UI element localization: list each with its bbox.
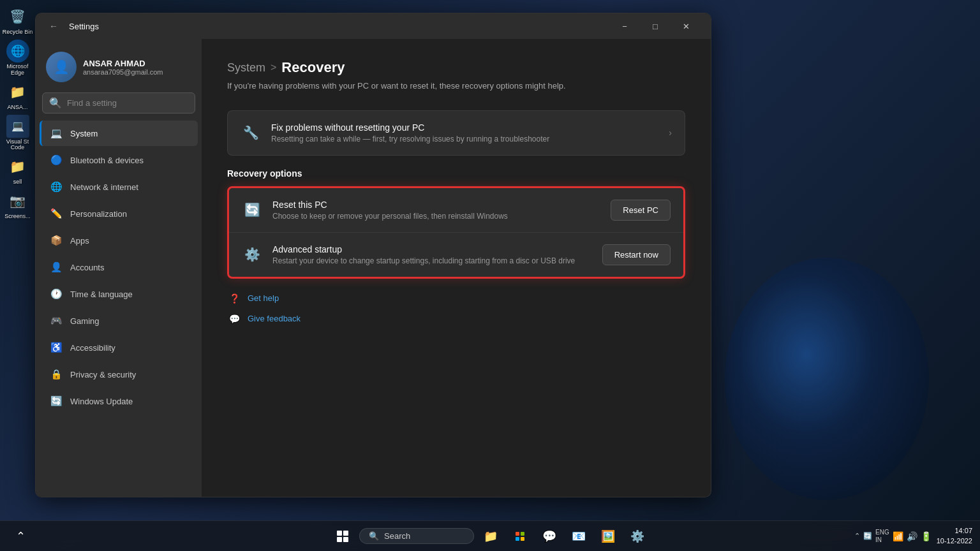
links-section: ❓ Get help 💬 Give feedback: [227, 291, 685, 326]
svg-rect-2: [337, 537, 342, 542]
desktop-icon-screenshot[interactable]: 📷 Screens...: [3, 189, 33, 220]
accessibility-icon: ♿: [50, 341, 63, 354]
title-bar: ← Settings − □ ✕: [36, 13, 711, 39]
advanced-startup-item: ⚙️ Advanced startup Restart your device …: [229, 233, 683, 277]
breadcrumb-separator: >: [271, 62, 276, 73]
folder-ansar-icon: 📁: [6, 80, 29, 103]
sidebar-item-apps[interactable]: 📦 Apps: [40, 228, 198, 253]
reset-pc-icon: 🔄: [242, 200, 262, 220]
sell-icon: 📁: [6, 155, 29, 178]
search-input[interactable]: [67, 98, 188, 108]
update-icon: 🔄: [50, 395, 63, 408]
sidebar-item-label-accounts: Accounts: [70, 263, 104, 272]
minimize-button[interactable]: −: [610, 16, 639, 36]
desktop: 🗑️ Recycle Bin 🌐 Microsof Edge 📁 ANSA...…: [0, 0, 980, 551]
accounts-icon: 👤: [50, 261, 63, 274]
settings-taskbar-button[interactable]: ⚙️: [625, 524, 650, 549]
close-button[interactable]: ✕: [671, 16, 701, 36]
mail-button[interactable]: 📧: [566, 524, 591, 549]
taskbar: ⌃ 🔍 Search 📁: [0, 520, 980, 551]
fix-problems-card: 🔧 Fix problems without resetting your PC…: [227, 110, 685, 156]
fix-problems-icon: 🔧: [241, 122, 261, 143]
sidebar-item-system[interactable]: 💻 System: [40, 121, 198, 146]
battery-icon[interactable]: 🔋: [921, 531, 932, 541]
get-help-label: Get help: [248, 293, 279, 303]
sell-label: sell: [13, 179, 22, 186]
sidebar-item-privacy[interactable]: 🔒 Privacy & security: [40, 362, 198, 387]
sidebar-item-accounts[interactable]: 👤 Accounts: [40, 254, 198, 280]
desktop-icon-edge[interactable]: 🌐 Microsof Edge: [3, 40, 33, 77]
taskbar-chevron-icon[interactable]: ⌃: [8, 524, 33, 549]
sidebar-item-personalization[interactable]: ✏️ Personalization: [40, 201, 198, 226]
sidebar-item-bluetooth[interactable]: 🔵 Bluetooth & devices: [40, 147, 198, 173]
get-help-link[interactable]: ❓ Get help: [227, 291, 685, 305]
desktop-icon-sell[interactable]: 📁 sell: [3, 155, 33, 186]
sidebar-item-gaming[interactable]: 🎮 Gaming: [40, 308, 198, 334]
system-icon: 💻: [50, 127, 63, 140]
teams-button[interactable]: 💬: [537, 524, 562, 549]
settings-body: 👤 ANSAR AHMAD ansaraa7095@gmail.com 🔍 💻 …: [36, 39, 711, 497]
chevron-up-icon[interactable]: ⌃: [854, 532, 860, 540]
page-description: If you're having problems with your PC o…: [227, 80, 685, 92]
give-feedback-icon: 💬: [227, 312, 241, 326]
language-indicator[interactable]: ENGIN: [875, 529, 889, 544]
title-bar-left: ← Settings: [46, 18, 99, 34]
back-button[interactable]: ←: [46, 18, 61, 34]
reset-pc-item: 🔄 Reset this PC Choose to keep or remove…: [229, 188, 683, 233]
vscode-label: Visual St Code: [3, 139, 33, 152]
store-icon: [514, 531, 526, 542]
taskbar-search-label: Search: [384, 531, 410, 541]
give-feedback-link[interactable]: 💬 Give feedback: [227, 312, 685, 326]
taskbar-search[interactable]: 🔍 Search: [359, 528, 474, 544]
edge-label: Microsof Edge: [3, 64, 33, 77]
file-explorer-button[interactable]: 📁: [478, 524, 503, 549]
maximize-button[interactable]: □: [641, 16, 670, 36]
clock[interactable]: 14:07 10-12-2022: [937, 526, 972, 546]
screenshot-icon: 📷: [6, 189, 29, 212]
desktop-icon-recycle[interactable]: 🗑️ Recycle Bin: [3, 5, 33, 36]
sidebar-item-accessibility[interactable]: ♿ Accessibility: [40, 335, 198, 360]
sidebar-item-time[interactable]: 🕐 Time & language: [40, 281, 198, 307]
reset-pc-button[interactable]: Reset PC: [611, 200, 671, 221]
restart-now-button[interactable]: Restart now: [602, 244, 671, 265]
desktop-icon-vscode[interactable]: 💻 Visual St Code: [3, 115, 33, 152]
advanced-startup-icon: ⚙️: [242, 244, 262, 265]
refresh-icon[interactable]: 🔄: [863, 532, 872, 540]
get-help-icon: ❓: [227, 291, 241, 305]
breadcrumb: System > Recovery: [227, 59, 685, 76]
svg-rect-7: [521, 537, 524, 541]
window-controls: − □ ✕: [610, 16, 701, 36]
start-button[interactable]: [330, 524, 355, 549]
svg-rect-4: [516, 532, 519, 536]
store-button[interactable]: [507, 524, 533, 549]
sidebar-item-label-accessibility: Accessibility: [70, 343, 115, 353]
breadcrumb-current: Recovery: [281, 59, 345, 76]
sidebar-item-network[interactable]: 🌐 Network & internet: [40, 174, 198, 200]
advanced-startup-title: Advanced startup: [272, 244, 592, 254]
system-tray: ⌃ 🔄 ENGIN 📶 🔊 🔋: [854, 529, 932, 544]
sidebar-item-label-bluetooth: Bluetooth & devices: [70, 156, 144, 165]
privacy-icon: 🔒: [50, 368, 63, 381]
photos-button[interactable]: 🖼️: [595, 524, 621, 549]
fix-problems-item[interactable]: 🔧 Fix problems without resetting your PC…: [228, 111, 685, 155]
edge-icon: 🌐: [6, 40, 29, 62]
sidebar-item-label-network: Network & internet: [70, 182, 138, 192]
reset-pc-title: Reset this PC: [272, 200, 600, 210]
svg-rect-6: [516, 537, 519, 541]
sidebar: 👤 ANSAR AHMAD ansaraa7095@gmail.com 🔍 💻 …: [36, 39, 202, 497]
svg-rect-1: [343, 531, 348, 536]
search-icon: 🔍: [49, 97, 62, 109]
time-icon: 🕐: [50, 288, 63, 300]
speaker-icon[interactable]: 🔊: [907, 531, 917, 541]
personalization-icon: ✏️: [50, 207, 63, 220]
vscode-icon: 💻: [6, 115, 29, 138]
desktop-orb: [725, 258, 929, 500]
fix-problems-text: Fix problems without resetting your PC R…: [271, 122, 658, 143]
sidebar-search[interactable]: 🔍: [42, 92, 195, 114]
wifi-icon[interactable]: 📶: [893, 531, 903, 541]
windows-icon: [337, 531, 348, 542]
sidebar-item-label-time: Time & language: [70, 290, 133, 299]
sidebar-item-update[interactable]: 🔄 Windows Update: [40, 388, 198, 414]
recycle-bin-icon: 🗑️: [6, 5, 29, 28]
desktop-icon-folder-ansar[interactable]: 📁 ANSA...: [3, 80, 33, 111]
